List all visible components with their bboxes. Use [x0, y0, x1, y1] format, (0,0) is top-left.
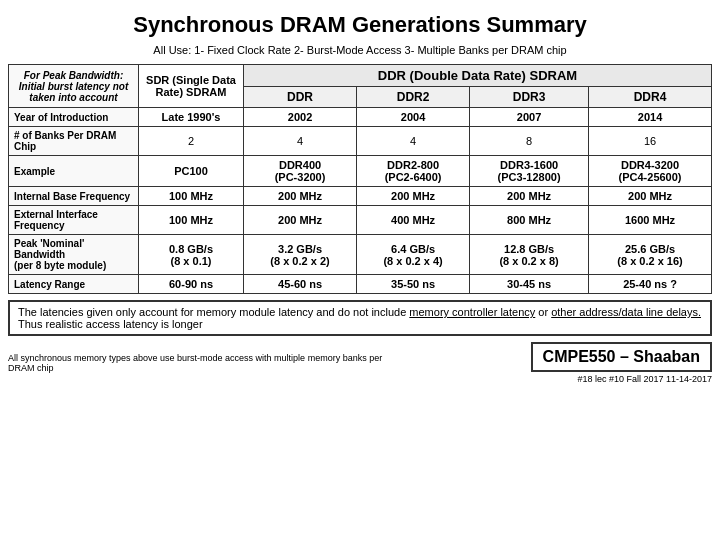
table-cell-3-0: 100 MHz	[139, 187, 244, 206]
col-header-ddr3: DDR3	[470, 87, 589, 108]
table-cell-4-0: 100 MHz	[139, 206, 244, 235]
col-header-ddr4: DDR4	[589, 87, 712, 108]
footer: All synchronous memory types above use b…	[8, 342, 712, 384]
table-cell-6-3: 30-45 ns	[470, 275, 589, 294]
subtitle: All Use: 1- Fixed Clock Rate 2- Burst-Mo…	[8, 44, 712, 56]
table-cell-1-1: 4	[244, 127, 357, 156]
table-cell-2-1: DDR400 (PC-3200)	[244, 156, 357, 187]
table-cell-0-4: 2014	[589, 108, 712, 127]
table-cell-4-3: 800 MHz	[470, 206, 589, 235]
table-cell-5-4: 25.6 GB/s (8 x 0.2 x 16)	[589, 235, 712, 275]
table-cell-2-0: PC100	[139, 156, 244, 187]
col-header-ddr2: DDR2	[357, 87, 470, 108]
table-cell-3-2: 200 MHz	[357, 187, 470, 206]
table-cell-1-2: 4	[357, 127, 470, 156]
table-cell-0-2: 2004	[357, 108, 470, 127]
dram-table: For Peak Bandwidth: Initial burst latenc…	[8, 64, 712, 294]
row-label-3: Internal Base Frequency	[9, 187, 139, 206]
table-cell-6-4: 25-40 ns ?	[589, 275, 712, 294]
col-header-ddr: DDR	[244, 87, 357, 108]
table-cell-2-4: DDR4-3200 (PC4-25600)	[589, 156, 712, 187]
footer-branding: CMPE550 – Shaaban	[531, 342, 712, 372]
table-cell-1-3: 8	[470, 127, 589, 156]
table-cell-3-4: 200 MHz	[589, 187, 712, 206]
table-cell-3-1: 200 MHz	[244, 187, 357, 206]
table-cell-2-2: DDR2-800 (PC2-6400)	[357, 156, 470, 187]
table-cell-1-4: 16	[589, 127, 712, 156]
table-cell-0-1: 2002	[244, 108, 357, 127]
peak-bandwidth-label: For Peak Bandwidth: Initial burst latenc…	[9, 65, 139, 108]
row-label-6: Latency Range	[9, 275, 139, 294]
table-cell-4-1: 200 MHz	[244, 206, 357, 235]
table-cell-5-1: 3.2 GB/s (8 x 0.2 x 2)	[244, 235, 357, 275]
table-cell-4-2: 400 MHz	[357, 206, 470, 235]
row-label-2: Example	[9, 156, 139, 187]
table-cell-5-0: 0.8 GB/s (8 x 0.1)	[139, 235, 244, 275]
table-cell-2-3: DDR3-1600 (PC3-12800)	[470, 156, 589, 187]
row-label-0: Year of Introduction	[9, 108, 139, 127]
table-cell-0-0: Late 1990's	[139, 108, 244, 127]
table-cell-6-2: 35-50 ns	[357, 275, 470, 294]
ddr-group-header: DDR (Double Data Rate) SDRAM	[244, 65, 712, 87]
table-cell-1-0: 2	[139, 127, 244, 156]
row-label-1: # of Banks Per DRAM Chip	[9, 127, 139, 156]
row-label-4: External Interface Frequency	[9, 206, 139, 235]
footer-left-text: All synchronous memory types above use b…	[8, 353, 408, 373]
footer-small: #18 lec #10 Fall 2017 11-14-2017	[531, 374, 712, 384]
latency-note: The latencies given only account for mem…	[8, 300, 712, 336]
note-text: The latencies given only account for mem…	[18, 306, 701, 330]
table-cell-3-3: 200 MHz	[470, 187, 589, 206]
table-cell-0-3: 2007	[470, 108, 589, 127]
sdr-header: SDR (Single Data Rate) SDRAM	[139, 65, 244, 108]
page-title: Synchronous DRAM Generations Summary	[8, 8, 712, 40]
table-cell-6-1: 45-60 ns	[244, 275, 357, 294]
row-label-5: Peak 'Nominal' Bandwidth (per 8 byte mod…	[9, 235, 139, 275]
table-cell-4-4: 1600 MHz	[589, 206, 712, 235]
table-cell-5-3: 12.8 GB/s (8 x 0.2 x 8)	[470, 235, 589, 275]
table-cell-5-2: 6.4 GB/s (8 x 0.2 x 4)	[357, 235, 470, 275]
table-cell-6-0: 60-90 ns	[139, 275, 244, 294]
